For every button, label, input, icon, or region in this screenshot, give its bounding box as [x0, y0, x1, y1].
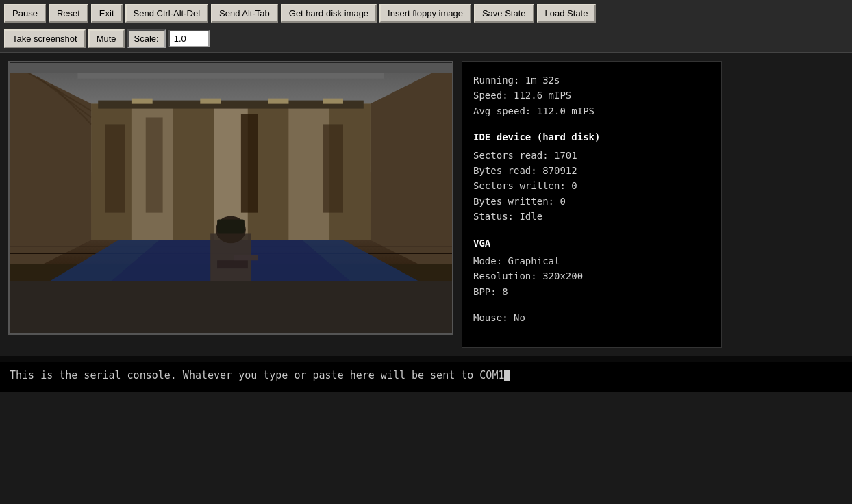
stats-vga: VGA Mode: Graphical Resolution: 320x200 …: [473, 236, 710, 300]
doom-screen: 50 AMMO 100% HEALTH 2 3 4 5 6 7 - - - AR…: [10, 62, 452, 333]
load-state-button[interactable]: Load State: [537, 4, 597, 23]
svg-rect-16: [146, 117, 163, 212]
toolbar: Pause Reset Exit Send Ctrl-Alt-Del Send …: [0, 0, 852, 53]
stats-runtime: Running: 1m 32s Speed: 112.6 mIPS Avg sp…: [473, 73, 710, 118]
avg-speed-stat: Avg speed: 112.0 mIPS: [473, 103, 710, 118]
bpp-stat: BPP: 8: [473, 284, 710, 299]
svg-rect-22: [268, 99, 289, 104]
svg-rect-15: [105, 124, 125, 212]
insert-floppy-button[interactable]: Insert floppy image: [379, 4, 471, 23]
scale-input[interactable]: [168, 30, 210, 47]
scale-label: Scale:: [127, 29, 166, 48]
emulator-display[interactable]: 50 AMMO 100% HEALTH 2 3 4 5 6 7 - - - AR…: [8, 61, 453, 335]
doom-game-area: [10, 62, 452, 281]
console-text: This is the serial console. Whatever you…: [10, 369, 504, 381]
bytes-read-stat: Bytes read: 870912: [473, 163, 710, 178]
sectors-written-stat: Sectors written: 0: [473, 178, 710, 193]
svg-rect-36: [234, 255, 258, 260]
toolbar-row-2: Take screenshot Mute Scale:: [4, 29, 848, 48]
doom-hud: 50 AMMO 100% HEALTH 2 3 4 5 6 7 - - - AR…: [10, 281, 452, 335]
svg-rect-23: [323, 99, 343, 104]
send-ctrl-alt-del-button[interactable]: Send Ctrl-Alt-Del: [125, 4, 209, 23]
svg-rect-21: [200, 99, 221, 104]
get-hard-disk-button[interactable]: Get hard disk image: [281, 4, 377, 23]
svg-rect-20: [132, 99, 153, 104]
exit-button[interactable]: Exit: [91, 4, 123, 23]
mouse-stat: Mouse: No: [473, 310, 710, 325]
svg-rect-25: [77, 73, 384, 79]
bytes-written-stat: Bytes written: 0: [473, 194, 710, 209]
status-stat: Status: Idle: [473, 209, 710, 224]
serial-console[interactable]: This is the serial console. Whatever you…: [0, 362, 852, 392]
svg-rect-17: [241, 114, 258, 213]
send-alt-tab-button[interactable]: Send Alt-Tab: [211, 4, 278, 23]
stats-ide: IDE device (hard disk) Sectors read: 170…: [473, 129, 710, 224]
svg-rect-10: [173, 104, 214, 240]
resolution-stat: Resolution: 320x200: [473, 268, 710, 284]
stats-mouse: Mouse: No: [473, 310, 710, 325]
mute-button[interactable]: Mute: [88, 29, 125, 48]
vga-title: VGA: [473, 236, 710, 251]
svg-rect-34: [217, 220, 245, 234]
reset-button[interactable]: Reset: [49, 4, 88, 23]
ide-title: IDE device (hard disk): [473, 129, 710, 144]
main-content: 50 AMMO 100% HEALTH 2 3 4 5 6 7 - - - AR…: [0, 53, 852, 356]
speed-stat: Speed: 112.6 mIPS: [473, 88, 710, 103]
svg-rect-18: [323, 124, 343, 212]
running-stat: Running: 1m 32s: [473, 73, 710, 88]
mode-stat: Mode: Graphical: [473, 253, 710, 268]
console-cursor: [504, 370, 510, 381]
take-screenshot-button[interactable]: Take screenshot: [4, 29, 86, 48]
save-state-button[interactable]: Save State: [474, 4, 534, 23]
scale-container: Scale:: [127, 29, 210, 48]
pause-button[interactable]: Pause: [4, 4, 46, 23]
stats-panel: Running: 1m 32s Speed: 112.6 mIPS Avg sp…: [462, 61, 722, 348]
svg-rect-35: [217, 260, 248, 268]
doom-scene-svg: [10, 62, 452, 281]
sectors-read-stat: Sectors read: 1701: [473, 148, 710, 163]
toolbar-row-1: Pause Reset Exit Send Ctrl-Alt-Del Send …: [4, 4, 848, 23]
svg-rect-24: [10, 63, 452, 73]
bottom-section: This is the serial console. Whatever you…: [0, 356, 852, 392]
